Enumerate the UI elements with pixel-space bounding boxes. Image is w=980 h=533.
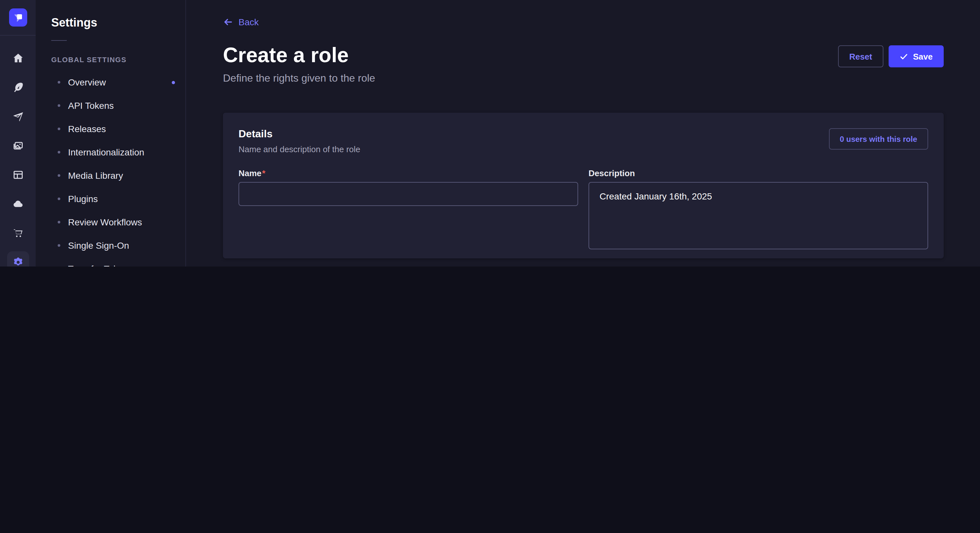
back-label: Back — [239, 17, 259, 27]
description-textarea[interactable]: Created January 16th, 2025 — [589, 182, 928, 249]
sidebar-item-transfer-tokens[interactable]: Transfer Tokens — [36, 257, 185, 266]
sidebar-item-api-tokens[interactable]: API Tokens — [36, 94, 185, 117]
rail-icon-list — [0, 36, 36, 266]
page-header: Create a role Define the rights given to… — [223, 44, 944, 84]
strapi-logo-glyph — [11, 10, 25, 25]
sidebar-item-media-library[interactable]: Media Library — [36, 164, 185, 187]
header-actions: Reset Save — [838, 45, 944, 67]
sidebar-divider — [51, 40, 67, 41]
description-label: Description — [589, 168, 928, 178]
sidebar-item-label: Review Workflows — [68, 217, 142, 227]
sidebar-title: Settings — [51, 16, 185, 30]
sidebar-item-overview[interactable]: Overview — [36, 71, 185, 94]
bullet-icon — [58, 244, 60, 247]
notification-dot — [172, 81, 175, 84]
description-field-group: Description Created January 16th, 2025 — [589, 168, 928, 252]
cloud-icon[interactable] — [0, 189, 36, 218]
section-label-global-settings: GLOBAL SETTINGS — [51, 55, 185, 64]
layout-icon[interactable] — [0, 160, 36, 189]
sidebar-item-releases[interactable]: Releases — [36, 117, 185, 141]
save-button[interactable]: Save — [888, 45, 944, 67]
bullet-icon — [58, 151, 60, 154]
name-input[interactable] — [239, 182, 578, 206]
details-card: Details Name and description of the role… — [223, 113, 944, 259]
strapi-admin-app: KD Settings GLOBAL SETTINGS Overview API… — [0, 0, 980, 266]
bullet-icon — [58, 104, 60, 107]
page-subtitle: Define the rights given to the role — [223, 73, 375, 84]
name-label: Name* — [239, 168, 578, 178]
main-nav-rail: KD — [0, 0, 36, 266]
settings-sidebar: Settings GLOBAL SETTINGS Overview API To… — [36, 0, 186, 266]
sidebar-item-label: Overview — [68, 77, 106, 87]
page-title: Create a role — [223, 44, 375, 66]
sidebar-item-label: Single Sign-On — [68, 240, 129, 251]
details-card-header: Details Name and description of the role… — [239, 128, 928, 154]
users-with-role-button[interactable]: 0 users with this role — [829, 128, 928, 150]
workspace-logo-box[interactable] — [0, 0, 36, 36]
bullet-icon — [58, 128, 60, 130]
sidebar-item-internationalization[interactable]: Internationalization — [36, 141, 185, 164]
gear-icon[interactable] — [0, 247, 36, 266]
bullet-icon — [58, 198, 60, 200]
details-subtitle: Name and description of the role — [239, 144, 360, 154]
arrow-left-icon — [223, 17, 233, 27]
required-asterisk: * — [262, 168, 266, 178]
cart-icon[interactable] — [0, 218, 36, 247]
bullet-icon — [58, 81, 60, 84]
sidebar-item-review-workflows[interactable]: Review Workflows — [36, 211, 185, 234]
details-card-titles: Details Name and description of the role — [239, 128, 360, 154]
sidebar-item-label: API Tokens — [68, 100, 114, 111]
name-field-group: Name* — [239, 168, 578, 252]
sidebar-item-label: Internationalization — [68, 147, 144, 157]
media-library-icon[interactable] — [0, 131, 36, 160]
back-link[interactable]: Back — [223, 17, 259, 27]
strapi-logo — [9, 8, 27, 27]
sidebar-item-plugins[interactable]: Plugins — [36, 187, 185, 211]
active-nav-tile — [7, 251, 29, 266]
page-header-text: Create a role Define the rights given to… — [223, 44, 375, 84]
description-label-text: Description — [589, 168, 635, 178]
main-content: Back Create a role Define the rights giv… — [186, 0, 980, 266]
sidebar-item-label: Media Library — [68, 170, 123, 181]
bullet-icon — [58, 174, 60, 177]
save-label: Save — [913, 51, 933, 61]
sidebar-item-label: Transfer Tokens — [68, 263, 132, 266]
details-title: Details — [239, 128, 360, 140]
nav-list-global-settings: Overview API Tokens Releases Internation… — [36, 71, 185, 266]
details-form-row: Name* Description Created January 16th, … — [239, 168, 928, 252]
check-icon — [899, 52, 908, 60]
home-icon[interactable] — [0, 43, 36, 73]
sidebar-item-single-sign-on[interactable]: Single Sign-On — [36, 234, 185, 257]
paper-plane-icon[interactable] — [0, 102, 36, 131]
sidebar-item-label: Releases — [68, 124, 106, 134]
bullet-icon — [58, 221, 60, 224]
reset-button[interactable]: Reset — [838, 45, 883, 67]
sidebar-item-label: Plugins — [68, 194, 98, 204]
name-label-text: Name — [239, 168, 261, 178]
feather-icon[interactable] — [0, 73, 36, 102]
